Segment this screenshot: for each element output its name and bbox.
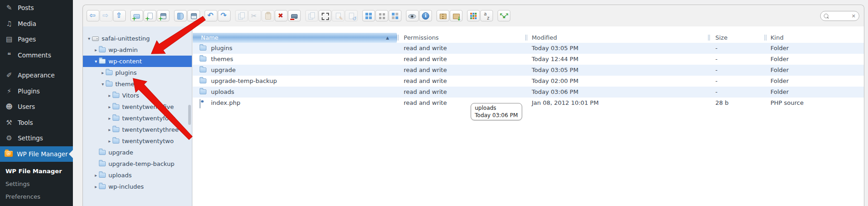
submenu-item-settings[interactable]: Settings: [0, 178, 73, 191]
back-button[interactable]: [87, 10, 99, 21]
table-row-index-php[interactable]: index.phpread and writeJan 08, 2012 10:0…: [193, 98, 864, 108]
table-row-upgrade-temp-backup[interactable]: upgrade-temp-backupread and writeToday 0…: [193, 76, 864, 87]
expand-arrow-icon[interactable]: ▸: [107, 116, 113, 121]
table-row-upgrade[interactable]: upgraderead and writeToday 03:05 PM-Fold…: [193, 65, 864, 76]
duplicate-button[interactable]: [305, 10, 318, 21]
upload-icon: [159, 12, 167, 20]
sidebar-item-pages[interactable]: ▤Pages: [0, 31, 73, 47]
delete-button[interactable]: [275, 10, 288, 21]
expand-arrow-icon[interactable]: ▸: [107, 139, 113, 144]
sidebar-item-comments[interactable]: ❝Comments: [0, 47, 73, 63]
expand-arrow-icon[interactable]: ▸: [107, 127, 113, 132]
tree-item-wp-content[interactable]: ▾wp-content: [83, 56, 192, 67]
redo-button[interactable]: [218, 10, 231, 21]
column-resize-handle[interactable]: [765, 35, 766, 41]
expand-arrow-icon[interactable]: ▸: [93, 47, 99, 52]
sidebar-item-tools[interactable]: ⚒Tools: [0, 115, 73, 131]
sidebar-item-plugins[interactable]: ⚡Plugins: [0, 83, 73, 99]
cell-kind: Folder: [770, 43, 789, 54]
cut-button[interactable]: [248, 10, 261, 21]
expand-arrow-icon[interactable]: ▸: [93, 173, 99, 178]
column-header-name[interactable]: Name: [201, 33, 218, 43]
tree-item-label: upgrade: [108, 149, 133, 156]
paste-button[interactable]: [262, 10, 274, 21]
up-button[interactable]: [113, 10, 126, 21]
column-header-permissions[interactable]: Permissions: [404, 33, 439, 43]
folder-icon: [99, 47, 106, 52]
expand-arrow-icon[interactable]: ▸: [100, 70, 106, 75]
open-button[interactable]: [174, 10, 187, 21]
expand-arrow-icon[interactable]: ▸: [93, 184, 99, 189]
submenu-item-preferences[interactable]: Preferences: [0, 191, 73, 203]
tree-item-uploads[interactable]: ▸uploads: [83, 170, 192, 181]
column-header-modified[interactable]: Modified: [532, 33, 557, 43]
preview-button[interactable]: [406, 10, 419, 21]
sidebar-item-appearance[interactable]: ✐Appearance: [0, 67, 73, 83]
select-all-button[interactable]: [318, 10, 331, 21]
new-file-button[interactable]: [144, 10, 156, 21]
tree-item-label: twentytwentyfive: [122, 103, 174, 110]
extract-button[interactable]: [450, 10, 462, 21]
expand-arrow-icon[interactable]: ▸: [107, 93, 113, 98]
column-header-size[interactable]: Size: [715, 33, 728, 43]
undo-button[interactable]: [205, 10, 217, 21]
tree-item-wp-admin[interactable]: ▸wp-admin: [83, 44, 192, 56]
table-row-plugins[interactable]: pluginsread and writeToday 03:05 PM-Fold…: [193, 43, 864, 54]
download-button[interactable]: [187, 10, 200, 21]
column-resize-handle[interactable]: [397, 35, 399, 41]
tree-item-twentytwentytwo[interactable]: ▸twentytwentytwo: [83, 135, 192, 147]
tree-item-plugins[interactable]: ▸plugins: [83, 67, 192, 78]
close-icon[interactable]: ✕: [852, 13, 856, 19]
archive-button[interactable]: [437, 10, 449, 21]
tree-item-twentytwentyfour[interactable]: ▸twentytwentyfour: [83, 113, 192, 124]
tree-item-upgrade-temp-backup[interactable]: upgrade-temp-backup: [83, 158, 192, 170]
sidebar-item-media[interactable]: ♫Media: [0, 16, 73, 32]
grid-view-button[interactable]: [467, 10, 480, 21]
sidebar-item-posts[interactable]: ✎Posts: [0, 0, 73, 16]
tree-item-upgrade[interactable]: upgrade: [83, 147, 192, 158]
expand-arrow-icon[interactable]: ▸: [107, 104, 113, 109]
collapse-arrow-icon[interactable]: ▾: [93, 59, 99, 64]
column-resize-handle[interactable]: [525, 35, 527, 41]
fullscreen-button[interactable]: [498, 10, 510, 21]
sidebar-item-settings[interactable]: ⚙Settings: [0, 130, 73, 146]
tree-item-wp-includes[interactable]: ▸wp-includes: [83, 181, 192, 192]
search-input[interactable]: [828, 13, 852, 19]
collapse-arrow-icon[interactable]: ▾: [100, 82, 106, 87]
table-row-themes[interactable]: themesread and writeToday 12:44 PM-Folde…: [193, 54, 864, 65]
tree-item-vitors[interactable]: ▸Vitors: [83, 90, 192, 101]
folder-icon: [200, 57, 206, 62]
tree-item-themes[interactable]: ▾themes: [83, 78, 192, 90]
sort-icon: [483, 12, 491, 20]
cell-kind: Folder: [770, 54, 789, 65]
restore-button[interactable]: [345, 10, 358, 21]
tree-item-twentytwentyfive[interactable]: ▸twentytwentyfive: [83, 101, 192, 113]
new-folder-button[interactable]: [130, 10, 143, 21]
table-row-uploads[interactable]: uploadsread and writeToday 03:06 PM-Fold…: [193, 87, 864, 98]
collapse-arrow-icon[interactable]: ▾: [86, 36, 92, 41]
view-list-button[interactable]: [375, 10, 388, 21]
sidebar-item-users[interactable]: ☻Users: [0, 99, 73, 115]
tree-item-safai-unittesting[interactable]: ▾safai-unittesting: [83, 33, 192, 44]
column-resize-handle[interactable]: [708, 35, 710, 41]
cell-permissions: read and write: [404, 54, 447, 65]
tree-scrollbar[interactable]: [188, 105, 191, 125]
submenu-item-wp-file-manager[interactable]: WP File Manager: [0, 165, 73, 178]
forward-button[interactable]: [100, 10, 113, 21]
view-columns-button[interactable]: [389, 10, 401, 21]
info-button[interactable]: [419, 10, 432, 21]
folder-icon: [99, 59, 106, 64]
sort-button[interactable]: [480, 10, 493, 21]
empty-folder-button[interactable]: [288, 10, 301, 21]
tooltip-title: uploads: [475, 104, 518, 112]
sidebar-item-wp-file-manager[interactable]: WP File Manager: [0, 146, 73, 162]
search-box[interactable]: ✕: [820, 11, 859, 21]
column-header-kind[interactable]: Kind: [770, 33, 784, 43]
view-icons-button[interactable]: [362, 10, 375, 21]
tree-item-label: wp-admin: [108, 46, 138, 53]
edit-button[interactable]: [332, 10, 344, 21]
toolbar-group: [467, 10, 493, 21]
tree-item-twentytwentythree[interactable]: ▸twentytwentythree: [83, 124, 192, 135]
copy-button[interactable]: [235, 10, 248, 21]
upload-button[interactable]: [157, 10, 169, 21]
